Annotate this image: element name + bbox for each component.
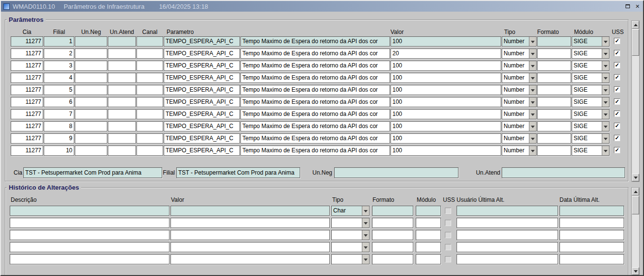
parametro-field[interactable]: TEMPO_ESPERA_API_C xyxy=(164,61,240,71)
usuario-ultima-alt-field[interactable] xyxy=(457,230,558,240)
dropdown-arrow-icon[interactable] xyxy=(602,122,609,131)
valor-field[interactable] xyxy=(170,230,330,240)
canal-field[interactable] xyxy=(136,85,163,95)
data-ultima-alt-field[interactable] xyxy=(559,230,624,240)
un-neg-field[interactable] xyxy=(75,36,107,47)
dropdown-arrow-icon[interactable] xyxy=(602,61,609,70)
tipo-combobox[interactable]: Number xyxy=(502,61,537,71)
dropdown-arrow-icon[interactable] xyxy=(529,134,536,143)
parametro-row[interactable]: 11277 1 TEMPO_ESPERA_API_C Tempo Maximo … xyxy=(1,36,643,48)
footer-un-neg-field[interactable] xyxy=(334,167,458,178)
parametro-field[interactable]: TEMPO_ESPERA_API_C xyxy=(164,121,240,131)
formato-field[interactable] xyxy=(537,61,571,71)
un-atend-field[interactable] xyxy=(108,61,136,71)
un-atend-field[interactable] xyxy=(108,49,136,59)
dropdown-arrow-icon[interactable] xyxy=(602,49,609,58)
footer-filial-field[interactable]: TST - Petsupermarket Com Prod para Anima xyxy=(176,167,300,178)
dropdown-arrow-icon[interactable] xyxy=(529,73,536,82)
modulo-combobox[interactable]: SIGE xyxy=(572,121,610,131)
modulo-field[interactable] xyxy=(416,230,441,240)
tipo-combobox[interactable]: Number xyxy=(502,121,537,131)
uss-checkbox[interactable] xyxy=(614,111,620,117)
formato-field[interactable] xyxy=(372,206,413,216)
parametro-field[interactable]: TEMPO_ESPERA_API_C xyxy=(164,49,240,59)
canal-field[interactable] xyxy=(136,73,163,83)
uss-checkbox[interactable] xyxy=(614,123,620,129)
scroll-thumb[interactable] xyxy=(632,196,639,214)
un-neg-field[interactable] xyxy=(75,146,107,156)
un-atend-field[interactable] xyxy=(108,133,136,144)
modulo-combobox[interactable]: SIGE xyxy=(572,97,610,107)
modulo-combobox[interactable]: SIGE xyxy=(572,146,610,156)
tipo-combobox[interactable] xyxy=(331,230,370,240)
filial-field[interactable]: 5 xyxy=(44,85,74,95)
un-atend-field[interactable] xyxy=(108,36,136,47)
canal-field[interactable] xyxy=(136,121,163,131)
scroll-up-button[interactable] xyxy=(632,188,639,195)
cia-field[interactable]: 11277 xyxy=(11,146,43,156)
filial-field[interactable]: 6 xyxy=(44,97,74,107)
un-atend-field[interactable] xyxy=(108,121,136,131)
un-neg-field[interactable] xyxy=(75,133,107,144)
usuario-ultima-alt-field[interactable] xyxy=(457,254,558,264)
tipo-combobox[interactable]: Number xyxy=(502,85,537,95)
descricao-field[interactable]: Tempo Maximo de Espera do retorno da API… xyxy=(240,109,390,119)
valor-field[interactable] xyxy=(170,206,330,216)
footer-un-atend-field[interactable] xyxy=(502,167,625,178)
descricao-field[interactable]: Tempo Maximo de Espera do retorno da API… xyxy=(240,85,390,95)
dropdown-arrow-icon[interactable] xyxy=(602,37,609,46)
parametro-field[interactable]: TEMPO_ESPERA_API_C xyxy=(164,36,240,47)
valor-field[interactable] xyxy=(170,254,330,264)
filial-field[interactable]: 10 xyxy=(44,146,74,156)
dropdown-arrow-icon[interactable] xyxy=(529,49,536,58)
dropdown-arrow-icon[interactable] xyxy=(362,206,369,215)
uss-checkbox[interactable] xyxy=(614,147,620,153)
usuario-ultima-alt-field[interactable] xyxy=(457,218,558,228)
tipo-combobox[interactable]: Number xyxy=(502,133,537,144)
filial-field[interactable]: 2 xyxy=(44,49,74,59)
modulo-field[interactable] xyxy=(416,254,441,264)
tipo-combobox[interactable] xyxy=(331,218,370,228)
un-neg-field[interactable] xyxy=(75,49,107,59)
cia-field[interactable]: 11277 xyxy=(11,133,43,144)
data-ultima-alt-field[interactable] xyxy=(559,242,624,252)
parametro-field[interactable]: TEMPO_ESPERA_API_C xyxy=(164,97,240,107)
formato-field[interactable] xyxy=(537,73,571,83)
cia-field[interactable]: 11277 xyxy=(11,61,43,71)
canal-field[interactable] xyxy=(136,133,163,144)
modulo-field[interactable] xyxy=(416,242,441,252)
dropdown-arrow-icon[interactable] xyxy=(529,122,536,131)
parametro-row[interactable]: 11277 2 TEMPO_ESPERA_API_C Tempo Maximo … xyxy=(1,48,643,60)
historico-row[interactable]: Char xyxy=(1,205,643,217)
un-neg-field[interactable] xyxy=(75,97,107,107)
dropdown-arrow-icon[interactable] xyxy=(362,255,369,264)
formato-field[interactable] xyxy=(372,230,413,240)
cia-field[interactable]: 11277 xyxy=(11,109,43,119)
parametro-row[interactable]: 11277 10 TEMPO_ESPERA_API_C Tempo Maximo… xyxy=(1,145,643,157)
historico-row[interactable] xyxy=(1,242,643,254)
dropdown-arrow-icon[interactable] xyxy=(529,85,536,95)
tipo-combobox[interactable]: Number xyxy=(502,49,537,59)
historico-row[interactable] xyxy=(1,229,643,242)
parametro-row[interactable]: 11277 7 TEMPO_ESPERA_API_C Tempo Maximo … xyxy=(1,109,643,121)
dropdown-arrow-icon[interactable] xyxy=(529,97,536,107)
valor-field[interactable]: 100 xyxy=(390,97,501,107)
valor-field[interactable] xyxy=(170,218,330,228)
un-atend-field[interactable] xyxy=(108,85,136,95)
canal-field[interactable] xyxy=(136,36,163,47)
filial-field[interactable]: 1 xyxy=(44,36,74,47)
descricao-field[interactable]: Tempo Maximo de Espera do retorno da API… xyxy=(240,146,390,156)
un-atend-field[interactable] xyxy=(108,146,136,156)
descricao-field[interactable]: Tempo Maximo de Espera do retorno da API… xyxy=(240,49,390,59)
dropdown-arrow-icon[interactable] xyxy=(602,85,609,95)
scroll-thumb[interactable] xyxy=(632,29,639,56)
dropdown-arrow-icon[interactable] xyxy=(602,97,609,107)
formato-field[interactable] xyxy=(537,146,571,156)
scroll-down-button[interactable] xyxy=(632,267,639,275)
descricao-field[interactable] xyxy=(10,254,169,264)
cia-field[interactable]: 11277 xyxy=(11,85,43,95)
valor-field[interactable]: 100 xyxy=(390,73,501,83)
canal-field[interactable] xyxy=(136,61,163,71)
uss-checkbox[interactable] xyxy=(614,38,620,44)
canal-field[interactable] xyxy=(136,109,163,119)
